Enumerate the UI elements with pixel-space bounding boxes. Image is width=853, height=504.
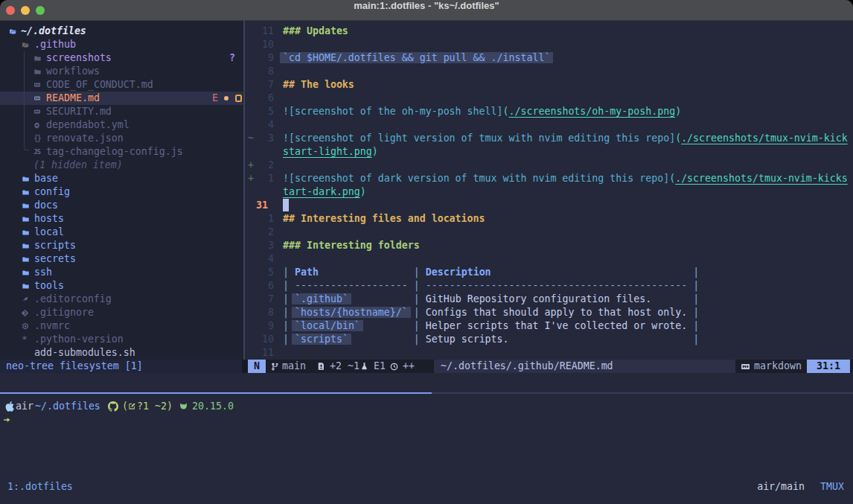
pencil-square-icon bbox=[128, 402, 136, 410]
prompt-git-close: ) bbox=[167, 400, 173, 413]
statusline-gap bbox=[242, 360, 248, 373]
tree-item-dependabot.yml[interactable]: dependabot.yml bbox=[0, 118, 243, 132]
tree-item-hosts[interactable]: hosts bbox=[0, 212, 243, 226]
editor-line: | `scripts` | Setup scripts. | bbox=[283, 333, 699, 346]
tree-item-.nvmrc[interactable]: .nvmrc bbox=[0, 319, 243, 333]
editor-line: | `.github` | GitHub Repository configur… bbox=[283, 293, 699, 306]
current-line-number: 31 bbox=[256, 199, 274, 212]
statusline-filetype: markdown bbox=[754, 360, 802, 373]
folder-icon bbox=[22, 252, 30, 266]
tmux-session-name: air/main bbox=[757, 481, 805, 492]
tree-item-label: ssh bbox=[34, 266, 52, 279]
tree-item-code-of-conduct.md[interactable]: CODE_OF_CONDUCT.md bbox=[0, 78, 243, 92]
braces-icon: {} bbox=[33, 132, 40, 145]
tree-item-.python-version[interactable]: *.python-version bbox=[0, 333, 243, 346]
line-number: 2 bbox=[256, 226, 274, 239]
md-icon bbox=[33, 78, 41, 92]
line-number: 10 bbox=[256, 38, 274, 51]
line-number: 7 bbox=[256, 78, 274, 92]
folder-icon bbox=[22, 212, 30, 226]
statusline-position: 31:1 bbox=[807, 360, 850, 373]
line-number: 11 bbox=[256, 346, 274, 360]
tree-item-label: add-submodules.sh bbox=[34, 346, 135, 360]
line-number: 9 bbox=[256, 319, 274, 333]
hexagon-icon bbox=[22, 319, 29, 333]
line-number: 8 bbox=[256, 65, 274, 78]
tree-item-scripts[interactable]: scripts bbox=[0, 239, 243, 252]
tree-item-label: workflows bbox=[46, 65, 100, 78]
neotree-statusline: neo-tree filesystem [1] bbox=[0, 360, 242, 373]
tree-item-readme.md[interactable]: README.mdE bbox=[0, 92, 243, 105]
tmux-window-name[interactable]: 1:.dotfiles bbox=[7, 480, 73, 494]
editor-line: | `local/bin` | Helper scripts that I've… bbox=[283, 319, 699, 333]
tree-item-add-submodules.sh[interactable]: add-submodules.sh bbox=[0, 346, 243, 360]
tree-item-secrets[interactable]: secrets bbox=[0, 252, 243, 266]
editor-line: | Path | Description | bbox=[283, 266, 699, 279]
flask-icon bbox=[360, 360, 368, 373]
folder-open-icon bbox=[22, 38, 30, 51]
tree-item-workflows[interactable]: workflows bbox=[0, 65, 243, 78]
tree-item-config[interactable]: config bbox=[0, 185, 243, 199]
tree-item-label: README.md bbox=[46, 92, 100, 105]
tree-item-label: .gitignore bbox=[34, 306, 94, 319]
tree-item-docs[interactable]: docs bbox=[0, 199, 243, 212]
file-diff-icon bbox=[317, 360, 325, 373]
tmux-pane-border[interactable] bbox=[432, 392, 853, 394]
window-title: main:1:.dotfiles - "ks~/.dotfiles" bbox=[0, 0, 853, 21]
neotree-statusline-text: neo-tree filesystem [1] bbox=[6, 360, 143, 371]
git-branch-icon bbox=[271, 360, 279, 373]
tmux-pane-border-active[interactable] bbox=[0, 392, 432, 394]
titlebar: main:1:.dotfiles - "ks~/.dotfiles" bbox=[0, 0, 853, 21]
tree-item-security.md[interactable]: SECURITY.md bbox=[0, 105, 243, 118]
tree-item-renovate.json[interactable]: {}renovate.json bbox=[0, 132, 243, 145]
md-icon bbox=[33, 105, 41, 118]
tree-item-base[interactable]: base bbox=[0, 172, 243, 185]
prompt-host: air bbox=[16, 400, 33, 413]
tree-item-label: screenshots bbox=[46, 51, 112, 65]
editor-line: ### Interesting folders bbox=[283, 239, 420, 252]
shell-icon bbox=[22, 346, 28, 360]
tree-item-screenshots[interactable]: screenshots? bbox=[0, 51, 243, 65]
line-number: 3 bbox=[256, 239, 274, 252]
tree-item-label: .python-version bbox=[34, 333, 124, 346]
md-icon bbox=[33, 92, 41, 105]
line-number: 8 bbox=[256, 306, 274, 319]
tree-item-tag-changelog-config.js[interactable]: JStag-changelog-config.js bbox=[0, 145, 243, 159]
editor-line: | `hosts/{hostname}/` | Configs that sho… bbox=[283, 306, 699, 319]
git-icon bbox=[22, 306, 28, 319]
folder-icon bbox=[22, 266, 30, 279]
editor-line: | ------------------- | ----------------… bbox=[283, 279, 699, 293]
tree-item-.gitignore[interactable]: .gitignore bbox=[0, 306, 243, 319]
terminal-content: ~/.dotfiles.githubscreenshots?workflowsC… bbox=[0, 21, 853, 504]
asterisk-icon: * bbox=[22, 333, 28, 346]
tree-item--.dotfiles[interactable]: ~/.dotfiles bbox=[0, 25, 243, 38]
tree-item--1-hidden-item-[interactable]: (1 hidden item) bbox=[0, 159, 243, 172]
tree-item-label: SECURITY.md bbox=[46, 105, 112, 118]
folder-icon bbox=[22, 199, 30, 212]
tree-item-.github[interactable]: .github bbox=[0, 38, 243, 51]
tree-item-label: scripts bbox=[34, 239, 76, 252]
statusline-diff-changed: ~1 bbox=[348, 360, 360, 373]
statusline-filepath-section: ~/.dotfiles/.github/README.md bbox=[434, 360, 735, 373]
markdown-icon bbox=[741, 360, 750, 373]
editor-line: tart-dark.png) bbox=[283, 185, 366, 199]
tree-item-label: CODE_OF_CONDUCT.md bbox=[46, 78, 153, 92]
editorconfig-icon bbox=[22, 293, 29, 306]
statusline-diagnostics: E1 bbox=[374, 360, 386, 373]
git-sign-add: + bbox=[248, 159, 255, 172]
editor-line: ![screenshot of dark version of tmux wit… bbox=[283, 172, 848, 185]
line-number: 6 bbox=[256, 92, 274, 105]
tree-item-.editorconfig[interactable]: .editorconfig bbox=[0, 293, 243, 306]
folder-icon bbox=[22, 239, 30, 252]
tree-item-label: .github bbox=[34, 38, 76, 51]
tmux-status-right: air/main TMUX bbox=[757, 480, 844, 494]
tree-item-ssh[interactable]: ssh bbox=[0, 266, 243, 279]
tree-item-label: ~/.dotfiles bbox=[21, 25, 86, 38]
tree-item-label: docs bbox=[34, 199, 58, 212]
tree-item-label: hosts bbox=[34, 212, 64, 226]
git-error-badge: E bbox=[212, 92, 218, 105]
tree-item-local[interactable]: local bbox=[0, 226, 243, 239]
line-number: 2 bbox=[256, 159, 274, 172]
tree-item-tools[interactable]: tools bbox=[0, 279, 243, 293]
editor-line: ## The looks bbox=[283, 78, 354, 92]
